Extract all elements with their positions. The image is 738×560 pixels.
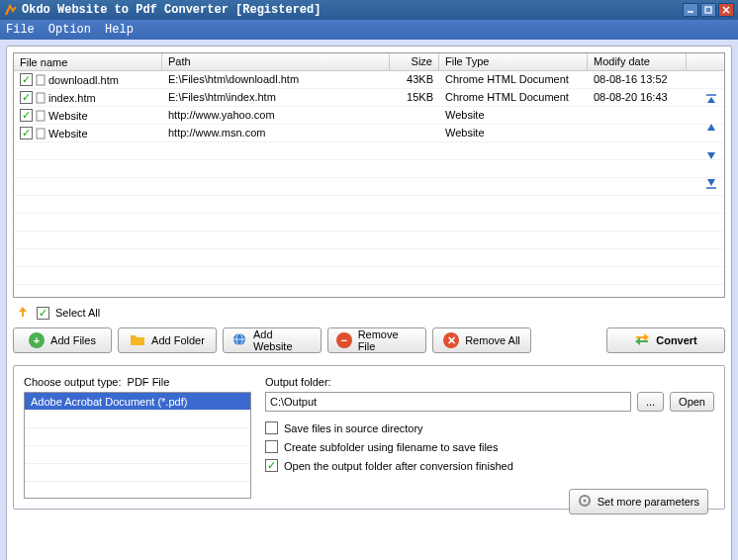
row-path: E:\Files\htm\index.htm <box>162 89 390 106</box>
row-filename: downloadl.htm <box>48 74 119 86</box>
svg-point-14 <box>583 500 586 503</box>
gear-icon <box>578 494 592 510</box>
svg-rect-4 <box>37 75 45 85</box>
row-size <box>390 107 439 124</box>
row-date <box>588 107 687 124</box>
file-table: File name Path Size File Type Modify dat… <box>13 52 725 298</box>
row-type: Website <box>439 125 588 141</box>
output-type-option[interactable]: Adobe Acrobat Document (*.pdf) <box>25 393 250 411</box>
row-path: http://www.yahoo.com <box>162 107 390 124</box>
column-header-name[interactable]: File name <box>14 53 162 70</box>
close-button[interactable] <box>718 3 734 17</box>
menu-help[interactable]: Help <box>105 23 134 37</box>
row-checkbox[interactable] <box>20 73 33 86</box>
row-size <box>390 125 439 141</box>
app-icon <box>4 3 18 17</box>
move-down-button[interactable] <box>702 146 720 164</box>
column-header-type[interactable]: File Type <box>439 53 588 70</box>
svg-rect-7 <box>37 129 45 139</box>
set-more-parameters-button[interactable]: Set more parameters <box>569 489 708 514</box>
row-date: 08-08-16 13:52 <box>588 71 687 88</box>
select-all-label: Select All <box>55 307 100 319</box>
row-checkbox[interactable] <box>20 91 33 104</box>
file-icon <box>35 128 46 140</box>
output-type-list[interactable]: Adobe Acrobat Document (*.pdf) <box>24 392 251 499</box>
output-folder-input[interactable] <box>265 392 631 412</box>
create-subfolder-checkbox[interactable] <box>265 440 278 453</box>
create-subfolder-label: Create subfolder using filename to save … <box>284 441 498 453</box>
choose-output-type-label: Choose output type: PDF File <box>24 376 169 388</box>
file-icon <box>35 74 46 86</box>
row-path: E:\Files\htm\downloadl.htm <box>162 71 390 88</box>
table-row[interactable]: index.htmE:\Files\htm\index.htm15KBChrom… <box>14 89 724 107</box>
table-row[interactable]: Websitehttp://www.msn.comWebsite <box>14 125 724 142</box>
file-icon <box>35 92 46 104</box>
row-type: Website <box>439 107 588 124</box>
x-icon: ✕ <box>443 332 459 348</box>
output-folder-label: Output folder: <box>265 376 714 388</box>
svg-rect-6 <box>37 111 45 121</box>
menu-file[interactable]: File <box>6 23 35 37</box>
row-size: 43KB <box>390 71 439 88</box>
remove-file-button[interactable]: −Remove File <box>327 327 426 353</box>
move-top-button[interactable] <box>702 91 720 109</box>
row-date: 08-08-20 16:43 <box>588 89 687 106</box>
svg-rect-5 <box>37 93 45 103</box>
row-type: Chrome HTML Document <box>439 71 588 88</box>
row-filename: Website <box>48 110 88 122</box>
row-filename: index.htm <box>48 92 96 104</box>
row-checkbox[interactable] <box>20 109 33 122</box>
column-header-size[interactable]: Size <box>390 53 439 70</box>
row-filename: Website <box>48 128 88 140</box>
open-after-label: Open the output folder after conversion … <box>284 460 513 472</box>
add-files-button[interactable]: +Add Files <box>13 327 112 353</box>
save-in-source-checkbox[interactable] <box>265 421 278 434</box>
save-in-source-label: Save files in source directory <box>284 422 423 434</box>
move-up-button[interactable] <box>702 119 720 137</box>
row-checkbox[interactable] <box>20 127 33 140</box>
move-bottom-button[interactable] <box>702 174 720 192</box>
minus-icon: − <box>336 332 352 348</box>
file-icon <box>35 110 46 122</box>
row-size: 15KB <box>390 89 439 106</box>
add-folder-button[interactable]: Add Folder <box>118 327 217 353</box>
row-path: http://www.msn.com <box>162 125 390 141</box>
row-date <box>588 125 687 141</box>
maximize-button[interactable] <box>700 3 716 17</box>
browse-button[interactable]: ... <box>637 392 664 412</box>
convert-button[interactable]: Convert <box>606 327 725 353</box>
row-type: Chrome HTML Document <box>439 89 588 106</box>
up-folder-icon[interactable] <box>15 304 31 322</box>
svg-rect-1 <box>705 7 711 13</box>
column-header-date[interactable]: Modify date <box>588 53 687 70</box>
window-title: Okdo Website to Pdf Converter [Registere… <box>22 3 321 17</box>
folder-icon <box>130 332 145 348</box>
menu-option[interactable]: Option <box>48 23 91 37</box>
open-folder-button[interactable]: Open <box>670 392 714 412</box>
remove-all-button[interactable]: ✕Remove All <box>432 327 531 353</box>
minimize-button[interactable] <box>683 3 698 17</box>
column-header-path[interactable]: Path <box>162 53 390 70</box>
add-website-button[interactable]: Add Website <box>223 327 322 353</box>
table-row[interactable]: Websitehttp://www.yahoo.comWebsite <box>14 107 724 125</box>
select-all-checkbox[interactable] <box>37 307 49 320</box>
open-after-checkbox[interactable] <box>265 459 278 472</box>
convert-icon <box>634 332 650 348</box>
plus-icon: + <box>29 332 45 348</box>
globe-icon <box>231 331 247 349</box>
table-row[interactable]: downloadl.htmE:\Files\htm\downloadl.htm4… <box>14 71 724 89</box>
